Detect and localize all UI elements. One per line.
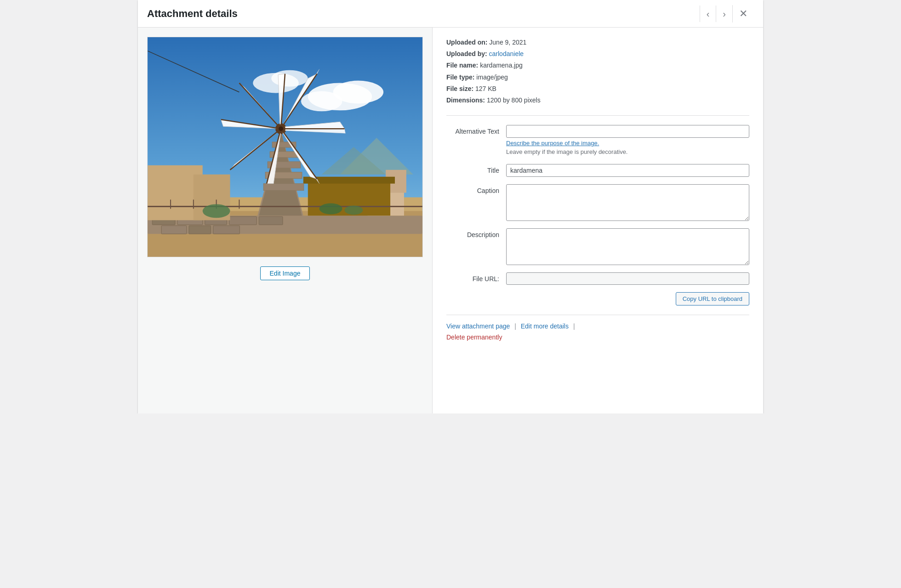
uploaded-by-label: Uploaded by: <box>446 50 487 57</box>
title-input[interactable] <box>506 164 749 177</box>
file-url-control: Copy URL to clipboard <box>506 272 749 305</box>
file-type-label: File type: <box>446 74 474 81</box>
svg-point-5 <box>271 70 308 87</box>
footer-links: View attachment page | Edit more details… <box>446 315 749 341</box>
file-url-label: File URL: <box>446 272 506 283</box>
svg-rect-18 <box>213 226 240 234</box>
attachment-image <box>147 37 423 257</box>
dimensions-row: Dimensions: 1200 by 800 pixels <box>446 95 749 106</box>
svg-rect-16 <box>161 226 187 234</box>
uploaded-on-value: June 9, 2021 <box>489 39 526 46</box>
file-name-value: kardamena.jpg <box>480 62 523 69</box>
delete-row: Delete permanently <box>446 334 749 341</box>
uploaded-on-label: Uploaded on: <box>446 39 487 46</box>
copy-url-button[interactable]: Copy URL to clipboard <box>676 292 749 305</box>
alt-text-input[interactable] <box>506 125 749 138</box>
file-size-value: 127 KB <box>475 85 496 92</box>
next-button[interactable]: › <box>716 6 732 22</box>
description-control <box>506 228 749 265</box>
link-separator-1: | <box>514 322 516 330</box>
uploaded-by-link[interactable]: carlodaniele <box>489 50 524 57</box>
prev-button[interactable]: ‹ <box>700 6 716 22</box>
title-control <box>506 164 749 177</box>
caption-label: Caption <box>446 184 506 194</box>
alt-text-control: Describe the purpose of the image. Leave… <box>506 125 749 157</box>
svg-point-52 <box>344 205 363 215</box>
file-type-value: image/jpeg <box>476 74 508 81</box>
modal-body: Edit Image Uploaded on: June 9, 2021 Upl… <box>138 28 763 413</box>
footer-links-row: View attachment page | Edit more details… <box>446 322 749 330</box>
file-size-label: File size: <box>446 85 473 92</box>
dimensions-value: 1200 by 800 pixels <box>487 96 541 104</box>
windmill-illustration <box>148 37 422 257</box>
edit-more-details-link[interactable]: Edit more details <box>521 322 569 330</box>
caption-control <box>506 184 749 221</box>
alt-text-hint: Leave empty if the image is purely decor… <box>506 147 749 157</box>
modal-header: Attachment details ‹ › ✕ <box>138 0 763 28</box>
description-input[interactable] <box>506 228 749 265</box>
alt-text-label: Alternative Text <box>446 125 506 135</box>
svg-rect-14 <box>229 216 257 225</box>
view-attachment-link[interactable]: View attachment page <box>446 322 510 330</box>
svg-rect-15 <box>259 216 283 225</box>
file-name-label: File name: <box>446 62 478 69</box>
details-panel: Uploaded on: June 9, 2021 Uploaded by: c… <box>432 28 763 413</box>
file-type-row: File type: image/jpeg <box>446 72 749 83</box>
link-separator-2: | <box>573 322 575 330</box>
title-row: Title <box>446 164 749 177</box>
modal-title: Attachment details <box>147 8 238 20</box>
file-url-row: File URL: Copy URL to clipboard <box>446 272 749 305</box>
svg-point-43 <box>279 126 283 131</box>
title-label: Title <box>446 164 506 174</box>
image-panel: Edit Image <box>138 28 432 413</box>
file-info: Uploaded on: June 9, 2021 Uploaded by: c… <box>446 37 749 116</box>
caption-input[interactable] <box>506 184 749 221</box>
svg-point-3 <box>301 91 342 112</box>
alt-text-row: Alternative Text Describe the purpose of… <box>446 125 749 157</box>
close-button[interactable]: ✕ <box>732 5 754 23</box>
edit-image-button[interactable]: Edit Image <box>260 266 310 280</box>
svg-rect-27 <box>263 184 304 191</box>
svg-rect-17 <box>189 226 211 234</box>
uploaded-on-row: Uploaded on: June 9, 2021 <box>446 37 749 48</box>
file-name-row: File name: kardamena.jpg <box>446 60 749 71</box>
header-actions: ‹ › ✕ <box>700 5 754 23</box>
svg-point-50 <box>203 204 230 218</box>
description-label: Description <box>446 228 506 238</box>
description-row: Description <box>446 228 749 265</box>
file-size-row: File size: 127 KB <box>446 83 749 95</box>
delete-permanently-link[interactable]: Delete permanently <box>446 334 502 341</box>
caption-row: Caption <box>446 184 749 221</box>
svg-point-51 <box>319 203 342 214</box>
alt-text-describe-link[interactable]: Describe the purpose of the image. <box>506 140 749 147</box>
dimensions-label: Dimensions: <box>446 96 485 104</box>
uploaded-by-row: Uploaded by: carlodaniele <box>446 48 749 60</box>
file-url-input[interactable] <box>506 272 749 285</box>
